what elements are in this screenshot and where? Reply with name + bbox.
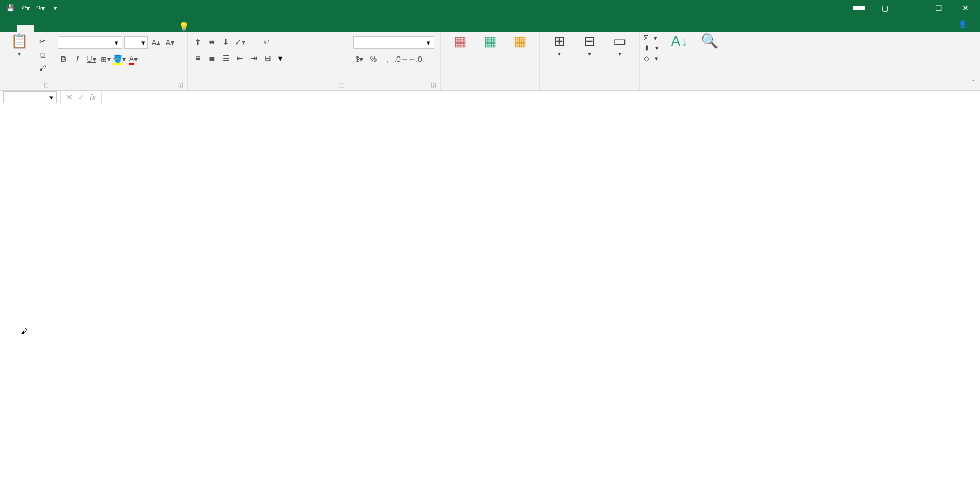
- enter-formula-icon[interactable]: ✓: [78, 91, 84, 104]
- group-number: ▾ $▾ % , .0→ ←.0 ◲: [349, 32, 441, 90]
- number-format-select[interactable]: ▾: [353, 36, 434, 49]
- tab-page-layout[interactable]: [52, 25, 69, 32]
- qat-customize-icon[interactable]: ▾: [48, 2, 62, 15]
- dialog-launcher-icon[interactable]: ◲: [178, 82, 183, 88]
- collapse-ribbon-icon[interactable]: ˄: [971, 78, 975, 87]
- bold-button[interactable]: B: [58, 53, 69, 65]
- tab-home[interactable]: [17, 25, 34, 32]
- ribbon-tabs: 💡 👤: [0, 16, 980, 32]
- formula-bar: ▾ ✕ ✓ fx: [0, 91, 980, 104]
- align-top-icon[interactable]: ⬆: [192, 36, 204, 48]
- cancel-formula-icon[interactable]: ✕: [66, 91, 73, 104]
- tab-insert[interactable]: [34, 25, 52, 32]
- tab-help[interactable]: [138, 25, 155, 32]
- fill-button[interactable]: ⬇▾: [644, 44, 659, 52]
- clipboard-icon: 📋: [11, 34, 28, 48]
- spreadsheet-grid[interactable]: 🖌: [0, 104, 980, 494]
- tab-formulas[interactable]: [69, 25, 86, 32]
- find-select-button[interactable]: 🔍: [694, 34, 725, 49]
- table-icon: ▦: [484, 34, 497, 48]
- tab-data[interactable]: [86, 25, 103, 32]
- align-middle-icon[interactable]: ⬌: [206, 36, 218, 48]
- fill-down-icon: ⬇: [644, 44, 650, 52]
- chevron-down-icon: ▾: [278, 53, 282, 63]
- underline-button[interactable]: U▾: [86, 53, 97, 65]
- eraser-icon: ◇: [644, 54, 649, 62]
- sigma-icon: Σ: [644, 34, 648, 42]
- decrease-decimal-icon[interactable]: ←.0: [409, 53, 421, 65]
- align-left-icon[interactable]: ≡: [192, 52, 204, 64]
- ribbon-display-icon[interactable]: ▢: [872, 0, 897, 16]
- format-painter-icon[interactable]: 🖌: [37, 62, 48, 74]
- lightbulb-icon: 💡: [179, 22, 189, 32]
- close-icon[interactable]: ✕: [953, 0, 978, 16]
- align-bottom-icon[interactable]: ⬇: [220, 36, 232, 48]
- copy-icon[interactable]: ⧉: [37, 49, 48, 61]
- increase-font-icon[interactable]: A▴: [150, 37, 162, 48]
- conditional-formatting-button[interactable]: ▦: [445, 34, 475, 49]
- align-center-icon[interactable]: ≣: [206, 52, 218, 64]
- formula-input[interactable]: [102, 91, 980, 104]
- paste-button[interactable]: 📋 ▾: [4, 34, 34, 58]
- chevron-down-icon: ▾: [115, 39, 118, 47]
- save-icon[interactable]: 💾: [3, 2, 17, 15]
- chevron-down-icon: ▾: [558, 50, 561, 58]
- delete-icon: ⊟: [584, 34, 595, 48]
- cond-format-icon: ▦: [453, 34, 467, 48]
- undo-icon[interactable]: ↶▾: [18, 2, 32, 15]
- autosum-button[interactable]: Σ▾: [644, 34, 659, 42]
- cell-styles-button[interactable]: ▦: [505, 34, 535, 49]
- comma-format-icon[interactable]: ,: [381, 53, 393, 65]
- search-icon: 🔍: [701, 34, 718, 48]
- redo-icon[interactable]: ↷▾: [33, 2, 47, 15]
- minimize-icon[interactable]: —: [899, 0, 924, 16]
- increase-indent-icon[interactable]: ⇥: [248, 52, 260, 64]
- chevron-down-icon: ▾: [427, 39, 430, 47]
- fx-icon[interactable]: fx: [90, 91, 96, 104]
- share-icon: 👤: [958, 20, 967, 28]
- font-size-select[interactable]: ▾: [124, 36, 148, 49]
- group-alignment: ⬆ ⬌ ⬇ ⤢▾ ↩ ≡ ≣ ☰ ⇤ ⇥ ⊟ ▾ ◲: [188, 32, 349, 90]
- insert-options-icon[interactable]: 🖌: [20, 327, 27, 335]
- chevron-down-icon: ▾: [49, 94, 53, 102]
- chevron-down-icon: ▾: [655, 54, 658, 62]
- tab-foxit[interactable]: [155, 25, 172, 32]
- accounting-format-icon[interactable]: $▾: [353, 53, 365, 65]
- format-cells-button[interactable]: ▭▾: [605, 34, 635, 58]
- chevron-down-icon: ▾: [588, 50, 591, 58]
- font-color-button[interactable]: A▾: [127, 53, 139, 65]
- decrease-indent-icon[interactable]: ⇤: [234, 52, 246, 64]
- tab-view[interactable]: [120, 25, 138, 32]
- group-clipboard: 📋 ▾ ✂ ⧉ 🖌 ◲: [0, 32, 53, 90]
- sort-filter-button[interactable]: A↓: [664, 34, 694, 49]
- wrap-text-icon: ↩: [261, 36, 273, 48]
- delete-cells-button[interactable]: ⊟▾: [574, 34, 605, 58]
- align-right-icon[interactable]: ☰: [220, 52, 232, 64]
- fill-color-button[interactable]: 🪣▾: [113, 53, 125, 65]
- chevron-down-icon: ▾: [654, 34, 657, 42]
- tab-file[interactable]: [0, 25, 17, 32]
- italic-button[interactable]: I: [72, 53, 83, 65]
- group-editing: Σ▾ ⬇▾ ◇▾ A↓ 🔍: [640, 32, 729, 90]
- borders-button[interactable]: ⊞▾: [100, 53, 111, 65]
- increase-decimal-icon[interactable]: .0→: [395, 53, 407, 65]
- cut-icon[interactable]: ✂: [37, 35, 48, 47]
- tab-review[interactable]: [103, 25, 120, 32]
- format-as-table-button[interactable]: ▦: [475, 34, 505, 49]
- name-box[interactable]: ▾: [3, 91, 57, 103]
- dialog-launcher-icon[interactable]: ◲: [431, 82, 436, 88]
- merge-icon: ⊟: [262, 52, 274, 64]
- maximize-icon[interactable]: ☐: [926, 0, 951, 16]
- clear-button[interactable]: ◇▾: [644, 54, 659, 62]
- sign-in-button[interactable]: [853, 6, 865, 10]
- dialog-launcher-icon[interactable]: ◲: [339, 82, 344, 88]
- insert-cells-button[interactable]: ⊞▾: [544, 34, 574, 58]
- orientation-icon[interactable]: ⤢▾: [234, 36, 246, 48]
- title-bar: 💾 ↶▾ ↷▾ ▾ ▢ — ☐ ✕: [0, 0, 980, 16]
- font-name-select[interactable]: ▾: [58, 36, 122, 49]
- share-button[interactable]: 👤: [948, 17, 980, 32]
- tell-me-search[interactable]: 💡: [179, 22, 196, 32]
- decrease-font-icon[interactable]: A▾: [164, 37, 176, 48]
- percent-format-icon[interactable]: %: [367, 53, 379, 65]
- dialog-launcher-icon[interactable]: ◲: [44, 82, 48, 88]
